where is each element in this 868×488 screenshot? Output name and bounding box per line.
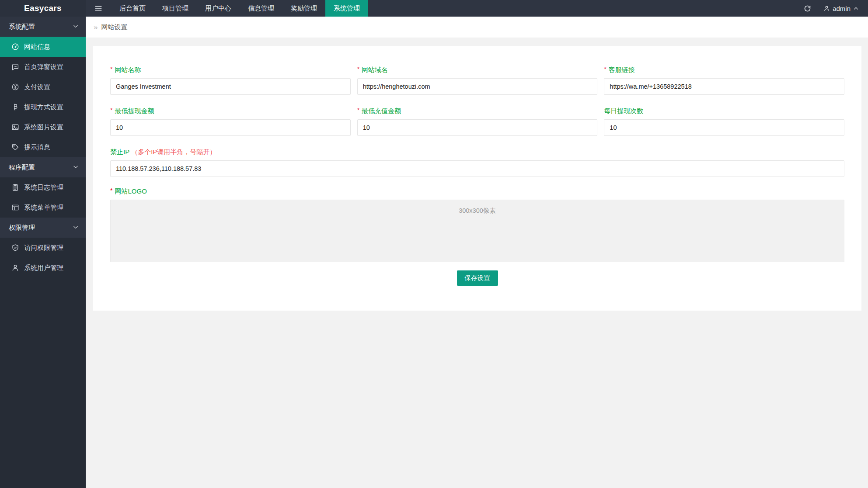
save-settings-button[interactable]: 保存设置 — [457, 270, 498, 286]
sidebar-item-website-info[interactable]: 网站信息 — [0, 37, 86, 57]
page-title: 网站设置 — [101, 23, 127, 31]
required-marker: * — [110, 66, 112, 73]
sidebar-group-program-config[interactable]: 程序配置 — [0, 157, 86, 177]
sidebar-item-home-popup-settings[interactable]: 首页弹窗设置 — [0, 57, 86, 77]
settings-form-card: * 网站名称 * 网站域名 * 客服链接 — [93, 46, 861, 311]
topbar-right: admin — [797, 0, 868, 17]
sidebar-group-system-config[interactable]: 系统配置 — [0, 17, 86, 37]
sidebar-item-label: 提示消息 — [24, 143, 50, 152]
button-row: 保存设置 — [110, 270, 844, 286]
sidebar-item-system-menu-management[interactable]: 系统菜单管理 — [0, 197, 86, 218]
required-marker: * — [110, 187, 112, 194]
field-label: * 网站LOGO — [110, 187, 844, 196]
forbidden-ip-input[interactable] — [110, 160, 844, 177]
app-logo: Easycars — [0, 0, 86, 17]
min-withdraw-amount-input[interactable] — [110, 119, 351, 136]
field-forbidden-ip: 禁止IP （多个IP请用半角，号隔开） — [110, 148, 844, 177]
dashboard-icon — [11, 42, 20, 51]
field-hint: （多个IP请用半角，号隔开） — [131, 148, 216, 156]
sidebar-group-label: 系统配置 — [9, 23, 35, 31]
username: admin — [833, 5, 851, 12]
field-label: * 网站名称 — [110, 66, 351, 74]
topnav-item-rewards[interactable]: 奖励管理 — [282, 0, 325, 17]
field-label: * 最低提现金额 — [110, 107, 351, 115]
required-marker: * — [357, 66, 359, 73]
sidebar-group-permission-management[interactable]: 权限管理 — [0, 218, 86, 238]
field-site-domain: * 网站域名 — [357, 66, 598, 95]
sidebar-item-label: 系统菜单管理 — [24, 204, 63, 212]
field-label: * 客服链接 — [604, 66, 844, 74]
field-label: * 网站域名 — [357, 66, 598, 74]
topnav-item-home[interactable]: 后台首页 — [111, 0, 154, 17]
min-recharge-amount-input[interactable] — [357, 119, 598, 136]
field-label: 每日提现次数 — [604, 107, 844, 115]
topnav-item-user-center[interactable]: 用户中心 — [197, 0, 240, 17]
upload-hint: 300x300像素 — [459, 207, 496, 214]
field-label: 禁止IP （多个IP请用半角，号隔开） — [110, 148, 844, 156]
user-menu[interactable]: admin — [817, 0, 860, 17]
bitcoin-icon — [11, 103, 20, 111]
sidebar-item-payment-settings[interactable]: 支付设置 — [0, 77, 86, 97]
sidebar: 系统配置 网站信息 首页弹窗设置 支付设置 提现方式设置 系统图片设置 — [0, 17, 86, 488]
site-name-input[interactable] — [110, 78, 351, 95]
field-label: * 最低充值金额 — [357, 107, 598, 115]
user-icon — [11, 263, 20, 272]
field-site-name: * 网站名称 — [110, 66, 351, 95]
hamburger-menu-icon[interactable] — [86, 0, 111, 17]
customer-service-link-input[interactable] — [604, 78, 844, 95]
field-daily-withdraw-times: 每日提现次数 — [604, 107, 844, 136]
sidebar-item-label: 支付设置 — [24, 83, 50, 91]
popup-comment-icon — [11, 62, 20, 71]
breadcrumb: » 网站设置 — [86, 17, 868, 38]
chevron-down-icon — [73, 23, 79, 31]
yen-pay-icon — [11, 83, 20, 91]
caret-up-icon — [853, 6, 859, 11]
sidebar-item-system-user-management[interactable]: 系统用户管理 — [0, 258, 86, 278]
logo-upload-dropzone[interactable]: 300x300像素 — [110, 200, 844, 262]
image-icon — [11, 123, 20, 132]
menu-table-icon — [11, 203, 20, 212]
required-marker: * — [357, 107, 359, 114]
sidebar-item-label: 首页弹窗设置 — [24, 63, 63, 71]
field-min-withdraw-amount: * 最低提现金额 — [110, 107, 351, 136]
sidebar-item-access-permission-management[interactable]: 访问权限管理 — [0, 238, 86, 258]
refresh-icon[interactable] — [797, 0, 817, 17]
topnav-item-projects[interactable]: 项目管理 — [154, 0, 197, 17]
chevron-down-icon — [73, 224, 79, 232]
topnav-item-information[interactable]: 信息管理 — [240, 0, 282, 17]
field-customer-service-link: * 客服链接 — [604, 66, 844, 95]
required-marker: * — [110, 107, 112, 114]
tag-icon — [11, 143, 20, 152]
shield-check-icon — [11, 243, 20, 252]
sidebar-item-system-image-settings[interactable]: 系统图片设置 — [0, 117, 86, 137]
field-site-logo: * 网站LOGO 300x300像素 — [110, 187, 844, 262]
topnav-item-system[interactable]: 系统管理 — [325, 0, 368, 17]
sidebar-item-tip-messages[interactable]: 提示消息 — [0, 137, 86, 157]
site-domain-input[interactable] — [357, 78, 598, 95]
sidebar-item-label: 访问权限管理 — [24, 244, 63, 252]
top-bar: Easycars 后台首页 项目管理 用户中心 信息管理 奖励管理 系统管理 a… — [0, 0, 868, 17]
sidebar-item-label: 系统用户管理 — [24, 264, 63, 272]
top-navigation: 后台首页 项目管理 用户中心 信息管理 奖励管理 系统管理 — [111, 0, 368, 17]
content: * 网站名称 * 网站域名 * 客服链接 — [86, 38, 868, 311]
chevron-down-icon — [73, 164, 79, 171]
sidebar-item-system-log-management[interactable]: 系统日志管理 — [0, 177, 86, 197]
main-area: » 网站设置 * 网站名称 * 网站域名 — [86, 17, 868, 488]
sidebar-item-label: 提现方式设置 — [24, 103, 63, 111]
user-icon — [823, 5, 830, 12]
sidebar-group-label: 权限管理 — [9, 224, 35, 232]
sidebar-item-label: 系统图片设置 — [24, 123, 63, 132]
sidebar-group-label: 程序配置 — [9, 163, 35, 172]
daily-withdraw-times-input[interactable] — [604, 119, 844, 136]
sidebar-item-withdraw-method-settings[interactable]: 提现方式设置 — [0, 97, 86, 117]
sidebar-item-label: 网站信息 — [24, 43, 50, 51]
required-marker: * — [604, 66, 606, 73]
breadcrumb-separator-icon: » — [94, 24, 98, 31]
log-clipboard-icon — [11, 183, 20, 192]
field-min-recharge-amount: * 最低充值金额 — [357, 107, 598, 136]
sidebar-item-label: 系统日志管理 — [24, 183, 63, 192]
